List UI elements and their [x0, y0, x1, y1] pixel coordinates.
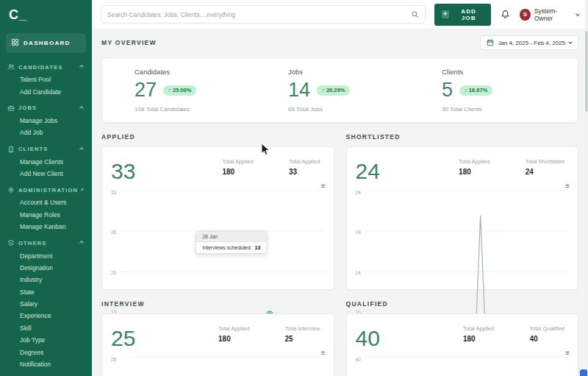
sidebar-item-account-users[interactable]: Account & Users — [0, 196, 92, 208]
chevron-up-icon — [79, 147, 84, 152]
stat-total: 30 Total Clients — [442, 106, 570, 113]
search-box — [101, 5, 426, 24]
total-label: Total Applied — [289, 158, 320, 165]
sidebar-item-add-candidate[interactable]: Add Candidate — [0, 85, 92, 97]
sidebar-item-job-type[interactable]: Job Type — [0, 334, 92, 346]
sidebar-section-others[interactable]: OTHERS — [0, 235, 92, 249]
line-chart-qualified: 4032241680 06 Jan '2509 Jan '2512 Jan '2… — [356, 357, 570, 376]
grid-icon — [11, 38, 19, 48]
total-label: Total Shortlisted — [526, 158, 564, 165]
y-tick: 26 — [111, 230, 116, 235]
gear-icon — [7, 186, 15, 194]
sidebar-item-manage-jobs[interactable]: Manage Jobs — [0, 115, 92, 127]
total-value: 25 — [285, 335, 320, 343]
floating-widget[interactable] — [580, 369, 587, 376]
sidebar-item-designation[interactable]: Designation — [0, 262, 92, 274]
main-area: + ADD JOB S System-Owner MY OVERVIEW Jan… — [92, 0, 588, 376]
chart-big-value: 33 — [111, 160, 135, 182]
y-tick: 14 — [356, 270, 361, 275]
total-label: Total Applied — [218, 325, 250, 332]
sidebar-item-add-job[interactable]: Add Job — [0, 127, 92, 138]
section-title: APPLIED — [101, 133, 334, 141]
line-chart-applied: 3326201370 28 Jan Interviews scheduled:1… — [111, 190, 325, 272]
sidebar-item-department[interactable]: Department — [0, 249, 92, 261]
sidebar-section-jobs[interactable]: JOBS — [0, 100, 92, 115]
layers-icon — [7, 239, 15, 246]
dashboard-content: MY OVERVIEW Jan 4, 2025 - Feb 4, 2025 Ca… — [92, 29, 588, 376]
sidebar-section-clients[interactable]: CLIENTS — [0, 141, 92, 156]
total-value: 180 — [459, 168, 490, 176]
sidebar-item-industry[interactable]: Industry — [0, 274, 92, 285]
total-label: Total Applied — [463, 325, 495, 332]
shortlisted-section: SHORTLISTED 24 Total Applied180 Total Sh… — [346, 133, 579, 290]
section-label: CANDIDATES — [18, 64, 63, 71]
page-title: MY OVERVIEW — [101, 39, 157, 46]
total-label: Total Applied — [222, 158, 254, 165]
chart-big-value: 40 — [356, 327, 380, 350]
stat-total: 108 Total Candidates — [135, 106, 263, 113]
sidebar: C_ DASHBOARD CANDIDATES Talent Pool Add … — [0, 0, 92, 376]
date-range-text: Jan 4, 2025 - Feb 4, 2025 — [498, 40, 565, 46]
add-job-button[interactable]: + ADD JOB — [434, 4, 491, 26]
chart-big-value: 25 — [111, 327, 135, 350]
sidebar-item-talent-pool[interactable]: Talent Pool — [0, 74, 92, 85]
trend-badge: ↑ 16.67% — [459, 85, 492, 96]
total-value: 40 — [529, 335, 564, 343]
app-logo: C_ — [0, 0, 92, 33]
chart-menu-icon[interactable]: ≡ — [565, 182, 570, 190]
avatar: S — [520, 9, 531, 21]
applied-card: 33 Total Applied180 Total Applied33 ≡ 33… — [101, 146, 334, 290]
total-value: 180 — [463, 335, 495, 343]
stat-value: 27 — [135, 80, 157, 100]
plus-icon: + — [442, 10, 449, 18]
y-tick: 25 — [111, 357, 116, 362]
chart-menu-icon[interactable]: ≡ — [565, 350, 570, 357]
chevron-up-icon — [79, 241, 84, 246]
chart-menu-icon[interactable]: ≡ — [321, 182, 326, 190]
shortlisted-card: 24 Total Applied180 Total Shortlisted24 … — [346, 146, 579, 290]
sidebar-item-notification[interactable]: Notification — [0, 358, 92, 370]
date-range-picker[interactable]: Jan 4, 2025 - Feb 4, 2025 — [480, 35, 578, 50]
chart-menu-icon[interactable]: ≡ — [321, 350, 326, 357]
sidebar-item-add-new-client[interactable]: Add New Client — [0, 168, 92, 180]
sidebar-item-manage-clients[interactable]: Manage Clients — [0, 156, 92, 168]
stat-label: Jobs — [288, 68, 417, 76]
sidebar-item-dashboard[interactable]: DASHBOARD — [6, 33, 86, 53]
scrollbar-thumb[interactable] — [585, 31, 588, 112]
chevron-up-icon — [81, 188, 84, 191]
total-value: 33 — [289, 168, 320, 176]
interview-card: 25 Total Applied180 Total Interview25 ≡ … — [101, 313, 334, 376]
qualified-card: 40 Total Applied180 Total Qualified40 ≡ … — [346, 313, 579, 376]
scrollbar-track[interactable] — [585, 0, 588, 376]
plot-area — [365, 357, 569, 376]
dashboard-label: DASHBOARD — [24, 40, 71, 46]
sidebar-item-state[interactable]: State — [0, 286, 92, 298]
sidebar-item-skill[interactable]: Skill — [0, 322, 92, 334]
chevron-up-icon — [79, 65, 84, 69]
total-value: 24 — [526, 168, 564, 176]
section-label: ADMINISTRATION — [18, 187, 78, 194]
users-icon — [7, 63, 15, 71]
mouse-cursor — [261, 143, 270, 156]
line-chart-interview: 2520151050 06 Jan '2509 Jan '2512 Jan '2… — [111, 357, 325, 376]
user-menu[interactable]: S System-Owner — [520, 7, 579, 22]
y-tick: 24 — [356, 190, 361, 195]
search-input[interactable] — [107, 11, 406, 18]
chart-tooltip: 28 Jan Interviews scheduled:13 — [196, 231, 267, 254]
sidebar-item-manage-kanban[interactable]: Manage Kanban — [0, 221, 92, 233]
bell-icon[interactable] — [501, 10, 510, 19]
briefcase-icon — [7, 104, 15, 112]
sidebar-item-experience[interactable]: Experience — [0, 310, 92, 322]
total-label: Total Qualified — [529, 325, 564, 332]
total-label: Total Interview — [285, 325, 320, 332]
sidebar-section-administration[interactable]: ADMINISTRATION — [0, 182, 92, 196]
sidebar-item-degrees[interactable]: Degrees — [0, 346, 92, 358]
trend-badge: ↑ 20.29% — [317, 85, 350, 96]
sidebar-section-candidates[interactable]: CANDIDATES — [0, 59, 92, 74]
user-name: System-Owner — [534, 7, 573, 22]
chevron-down-icon — [576, 12, 580, 16]
chevron-up-icon — [79, 106, 84, 110]
tooltip-label: Interviews scheduled: — [202, 245, 251, 250]
sidebar-item-manage-roles[interactable]: Manage Roles — [0, 209, 92, 221]
sidebar-item-salary[interactable]: Salary — [0, 298, 92, 310]
